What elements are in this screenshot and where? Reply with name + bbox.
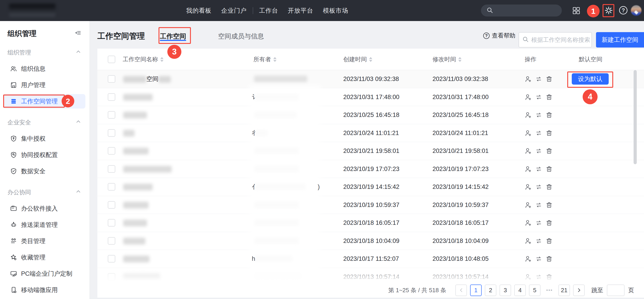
workspace-name[interactable]: [123, 237, 146, 245]
delete-icon[interactable]: [546, 165, 552, 172]
page-button-21[interactable]: 21: [558, 285, 570, 296]
row-checkbox[interactable]: [108, 201, 115, 209]
top-nav-item-4[interactable]: 模板市场: [323, 6, 348, 15]
next-page-button[interactable]: [573, 285, 585, 296]
sort-icon[interactable]: [273, 57, 276, 62]
row-checkbox[interactable]: [108, 111, 115, 119]
sort-icon[interactable]: [369, 57, 372, 62]
row-checkbox[interactable]: [108, 219, 115, 227]
workspace-name[interactable]: [123, 183, 152, 190]
view-help-link[interactable]: ? 查看帮助: [483, 32, 516, 39]
sidebar-item-card[interactable]: 办公软件接入: [0, 200, 90, 217]
transfer-icon[interactable]: [535, 237, 542, 244]
add-member-icon[interactable]: [525, 201, 532, 208]
grid-icon[interactable]: [572, 7, 580, 14]
add-member-icon[interactable]: [525, 75, 532, 82]
sidebar-section-header[interactable]: 组织管理: [0, 44, 90, 61]
delete-icon[interactable]: [546, 201, 552, 208]
avatar[interactable]: [631, 5, 642, 16]
row-checkbox[interactable]: [108, 255, 115, 263]
jump-page-input[interactable]: [607, 285, 624, 296]
row-checkbox[interactable]: [108, 237, 115, 245]
row-checkbox[interactable]: [108, 93, 115, 101]
transfer-icon[interactable]: [535, 75, 542, 82]
sidebar-section-header[interactable]: 企业安全: [0, 114, 90, 130]
transfer-icon[interactable]: [535, 111, 542, 118]
add-member-icon[interactable]: [525, 255, 532, 262]
delete-icon[interactable]: [546, 237, 552, 244]
transfer-icon[interactable]: [535, 183, 542, 190]
add-member-icon[interactable]: [525, 111, 532, 118]
workspace-name[interactable]: [123, 93, 152, 101]
sidebar-item-user-badge[interactable]: 用户管理: [0, 77, 90, 93]
sidebar-item-org-info[interactable]: 组织信息: [0, 61, 90, 77]
column-header-1[interactable]: 所有者: [254, 49, 276, 70]
page-button-3[interactable]: 3: [500, 285, 511, 296]
delete-icon[interactable]: [546, 183, 552, 190]
new-workspace-button[interactable]: 新建工作空间: [596, 32, 644, 47]
column-header-2[interactable]: 创建时间: [343, 49, 372, 70]
transfer-icon[interactable]: [535, 219, 542, 226]
workspace-name[interactable]: [123, 219, 147, 226]
sidebar-section-header[interactable]: 办公协同: [0, 184, 90, 200]
sort-icon[interactable]: [458, 57, 462, 62]
vertical-scrollbar[interactable]: [634, 70, 637, 164]
top-nav-item-3[interactable]: 开放平台: [288, 6, 313, 15]
workspace-name[interactable]: [123, 201, 148, 209]
transfer-icon[interactable]: [535, 93, 542, 100]
sidebar-item-shield-key[interactable]: 集中授权: [0, 130, 90, 147]
workspace-name[interactable]: [123, 147, 148, 154]
row-checkbox[interactable]: [108, 183, 115, 191]
select-all-checkbox[interactable]: [108, 56, 115, 63]
delete-icon[interactable]: [546, 129, 552, 136]
workspace-name[interactable]: [123, 129, 134, 137]
transfer-icon[interactable]: [535, 201, 542, 208]
add-member-icon[interactable]: [525, 237, 532, 244]
delete-icon[interactable]: [546, 111, 552, 118]
delete-icon[interactable]: [546, 255, 552, 262]
add-member-icon[interactable]: [525, 93, 532, 100]
sidebar-item-star-gear[interactable]: 收藏管理: [0, 249, 90, 266]
workspace-name[interactable]: [123, 111, 147, 118]
sort-icon[interactable]: [160, 57, 164, 62]
page-button-1[interactable]: 1: [470, 285, 482, 296]
column-header-0[interactable]: 工作空间名称: [123, 49, 164, 70]
delete-icon[interactable]: [546, 147, 552, 154]
workspace-name[interactable]: [123, 165, 172, 173]
delete-icon[interactable]: [546, 75, 552, 82]
row-checkbox[interactable]: [108, 147, 115, 155]
row-checkbox[interactable]: [108, 129, 115, 137]
sidebar-item-category[interactable]: 类目管理: [0, 233, 90, 249]
top-nav-item-1[interactable]: 企业门户: [221, 6, 246, 15]
transfer-icon[interactable]: [535, 147, 542, 154]
add-member-icon[interactable]: [525, 165, 532, 172]
help-icon[interactable]: ?: [619, 6, 628, 14]
delete-icon[interactable]: [546, 93, 552, 100]
top-nav-item-2[interactable]: 工作台: [259, 6, 278, 15]
add-member-icon[interactable]: [525, 183, 532, 190]
workspace-search-input[interactable]: 根据工作空间名称搜索: [518, 32, 592, 47]
page-button-5[interactable]: 5: [529, 285, 540, 296]
transfer-icon[interactable]: [535, 129, 542, 136]
sidebar-item-phone-gear[interactable]: 移动端微应用: [0, 282, 90, 298]
top-nav-item-0[interactable]: 我的看板: [186, 6, 212, 15]
column-header-3[interactable]: 修改时间: [432, 49, 462, 70]
delete-icon[interactable]: [546, 219, 552, 226]
prev-page-button[interactable]: [455, 285, 467, 296]
add-member-icon[interactable]: [525, 219, 532, 226]
row-checkbox[interactable]: [108, 75, 115, 83]
workspace-name[interactable]: [123, 255, 150, 262]
add-member-icon[interactable]: [525, 147, 532, 154]
sidebar-item-monitor-gear[interactable]: PC端企业门户定制: [0, 266, 90, 282]
sidebar-item-shield-check[interactable]: 数据安全: [0, 163, 90, 179]
page-button-2[interactable]: 2: [485, 285, 496, 296]
transfer-icon[interactable]: [535, 255, 542, 262]
page-button-4[interactable]: 4: [514, 285, 526, 296]
topbar-search-input[interactable]: [481, 4, 562, 16]
sidebar-item-shield-search[interactable]: 协同授权配置: [0, 147, 90, 163]
row-checkbox[interactable]: [108, 165, 115, 173]
collapse-sidebar-icon[interactable]: [74, 29, 81, 37]
tab-space-members[interactable]: 空间成员与信息: [218, 32, 264, 41]
sidebar-item-robot[interactable]: 推送渠道管理: [0, 217, 90, 233]
workspace-name[interactable]: 空间: [123, 75, 171, 83]
